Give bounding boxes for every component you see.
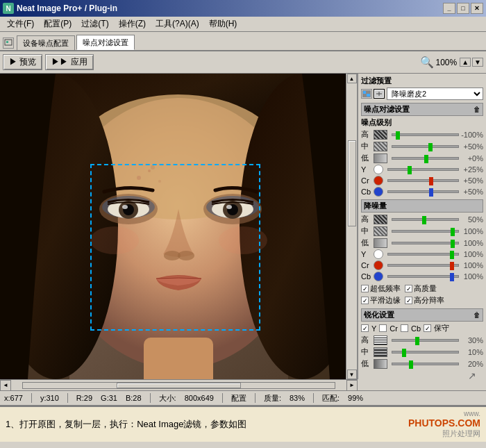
nr-high-thumb[interactable]: [422, 216, 426, 224]
nr-cb-thumb[interactable]: [450, 273, 454, 281]
nr-high-label: 高: [361, 214, 374, 224]
status-g: G:31: [101, 394, 117, 402]
tab-device-label: 设备噪点配置: [23, 38, 69, 49]
menu-filter[interactable]: 过滤(T): [77, 17, 112, 31]
sharpen-clear[interactable]: 🗑: [474, 311, 480, 319]
nr-y-row: Y 100%: [361, 249, 483, 259]
cr-slider-thumb[interactable]: [429, 177, 433, 185]
svg-point-26: [148, 169, 151, 172]
preview-button[interactable]: ▶ 预览: [3, 54, 42, 70]
sharpen-cb-checkbox[interactable]: [401, 324, 408, 332]
mid-slider-thumb[interactable]: [428, 143, 433, 151]
minimize-button[interactable]: _: [443, 3, 455, 14]
preset-select[interactable]: 降噪磨皮2: [387, 88, 483, 100]
ultra-low-freq-checkbox[interactable]: [361, 285, 369, 292]
sharpen-low-slider[interactable]: [392, 360, 459, 368]
nr-y-slider[interactable]: [387, 250, 459, 258]
watermark-container: www. PHUTOPS.COM 照片处理网: [408, 410, 480, 439]
sharpen-high-icon: [374, 335, 387, 345]
low-slider[interactable]: [392, 154, 459, 163]
cr-icon: [374, 176, 383, 185]
mid-slider[interactable]: [392, 142, 459, 151]
h-scroll-thumb[interactable]: [117, 383, 242, 388]
svg-rect-10: [144, 338, 213, 379]
cr-slider[interactable]: [387, 176, 459, 185]
svg-rect-1: [6, 41, 8, 43]
nr-low-row: 低 100%: [361, 238, 483, 248]
svg-point-24: [178, 251, 194, 260]
status-y: y:310: [40, 394, 59, 402]
cursor-indicator: ↗: [361, 370, 483, 379]
nr-mid-row: 中 100%: [361, 226, 483, 236]
menu-file[interactable]: 文件(F): [3, 17, 38, 31]
sharpen-low-label: 低: [361, 358, 374, 369]
scroll-thumb-v[interactable]: [348, 140, 356, 226]
zoom-scroll-down[interactable]: ▼: [472, 58, 483, 67]
sharpen-high-slider[interactable]: [392, 336, 459, 345]
checkbox-row-2: 平滑边缘 高分辩率: [361, 295, 483, 306]
sharpen-mid-thumb[interactable]: [402, 349, 406, 357]
nr-y-thumb[interactable]: [450, 251, 454, 259]
sharpen-cr-checkbox[interactable]: [379, 324, 387, 332]
high-slider-thumb[interactable]: [396, 131, 400, 140]
scroll-right-arrow[interactable]: ►: [346, 380, 358, 391]
close-button[interactable]: ✕: [471, 3, 483, 14]
menu-help[interactable]: 帮助(H): [205, 17, 242, 31]
sharpen-low-thumb[interactable]: [409, 360, 413, 369]
zoom-scroll-up[interactable]: ▲: [460, 58, 471, 67]
high-slider[interactable]: [392, 131, 459, 139]
image-area[interactable]: ▲ ▼: [0, 74, 358, 379]
nr-mid-slider[interactable]: [392, 227, 459, 235]
tab-device-config[interactable]: 设备噪点配置: [17, 35, 75, 50]
high-filter-value: -100%: [461, 131, 483, 139]
y-slider-thumb[interactable]: [408, 166, 412, 174]
low-slider-thumb[interactable]: [424, 155, 428, 163]
menu-tools[interactable]: 工具(?A)(A): [151, 17, 203, 31]
sharpen-low-value: 20%: [461, 360, 483, 368]
nr-cr-thumb[interactable]: [450, 262, 454, 270]
nr-high-value: 50%: [461, 215, 483, 224]
svg-point-30: [219, 226, 267, 254]
smooth-edge-checkbox[interactable]: [361, 297, 369, 304]
cb-slider-thumb[interactable]: [429, 188, 433, 197]
sharpen-high-thumb[interactable]: [415, 337, 419, 345]
cb-label: Cb: [361, 188, 374, 196]
high-freq-ratio-checkbox[interactable]: [405, 297, 412, 304]
nr-cr-slider[interactable]: [387, 261, 459, 269]
nr-cr-icon: [374, 260, 383, 270]
high-quality-checkbox[interactable]: [405, 285, 412, 292]
preset-icon-1[interactable]: [361, 89, 372, 99]
sharpen-preserve-checkbox[interactable]: [424, 324, 431, 332]
apply-button[interactable]: ▶▶ 应用: [45, 54, 93, 70]
nr-mid-thumb[interactable]: [451, 228, 455, 236]
preset-icon-2[interactable]: [374, 89, 385, 99]
watermark: www. PHUTOPS.COM 照片处理网: [408, 410, 480, 439]
sharpen-y-checkbox[interactable]: [361, 324, 369, 332]
high-icon: [374, 130, 387, 140]
scroll-down-arrow[interactable]: ▼: [347, 370, 357, 379]
cb-filter-value: +50%: [461, 188, 483, 196]
sharpen-mid-slider[interactable]: [392, 348, 459, 356]
menu-operation[interactable]: 操作(Z): [115, 17, 150, 31]
nr-low-slider[interactable]: [392, 239, 459, 247]
mid-filter-value: +50%: [461, 142, 483, 151]
h-scroll-track: [22, 382, 335, 389]
scroll-left-arrow[interactable]: ◄: [0, 380, 11, 391]
nr-low-thumb[interactable]: [451, 240, 455, 248]
y-slider[interactable]: [387, 165, 459, 174]
scroll-up-arrow[interactable]: ▲: [347, 74, 357, 83]
face-image: [0, 74, 358, 379]
nr-cb-slider[interactable]: [387, 272, 459, 281]
watermark-site: PHUTOPS.COM: [408, 417, 480, 429]
cb-slider[interactable]: [387, 188, 459, 196]
menu-config[interactable]: 配置(P): [40, 17, 76, 31]
noise-filter-clear[interactable]: 🗑: [474, 106, 480, 113]
nr-high-slider[interactable]: [392, 215, 459, 224]
tab-noise-filter[interactable]: 噪点对滤设置: [76, 35, 135, 50]
divider-3: [150, 393, 151, 403]
divider-1: [31, 393, 32, 403]
v-scrollbar[interactable]: ▲ ▼: [346, 74, 357, 379]
maximize-button[interactable]: □: [457, 3, 469, 14]
h-scrollbar[interactable]: ◄ ►: [0, 379, 358, 390]
cr-filter-value: +50%: [461, 176, 483, 185]
